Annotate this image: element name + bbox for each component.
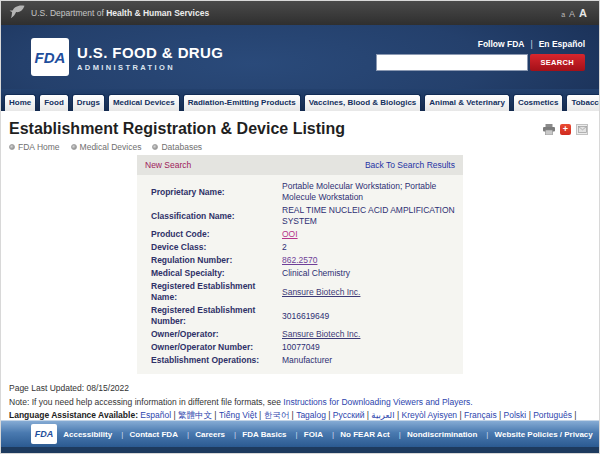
detail-value: OOI bbox=[282, 229, 455, 240]
footer-link[interactable]: Accessibility bbox=[63, 430, 112, 439]
nav-tab[interactable]: Cosmetics bbox=[513, 94, 563, 111]
page-title: Establishment Registration & Device List… bbox=[9, 120, 591, 138]
results-box: New Search Back To Search Results Propri… bbox=[137, 155, 463, 374]
detail-value: Sansure Biotech Inc. bbox=[282, 329, 455, 340]
nav-tab[interactable]: Food bbox=[39, 94, 69, 111]
language-separator: | bbox=[395, 410, 402, 420]
detail-value: Sansure Biotech Inc. bbox=[282, 287, 455, 298]
table-row: Owner/Operator: Sansure Biotech Inc. bbox=[151, 328, 455, 341]
detail-value-text[interactable]: Sansure Biotech Inc. bbox=[282, 329, 360, 339]
breadcrumb-item[interactable]: Databases bbox=[152, 142, 202, 152]
nav-tab[interactable]: Vaccines, Blood & Biologics bbox=[304, 94, 422, 111]
detail-label: Product Code: bbox=[151, 229, 282, 240]
language-link[interactable]: Tagalog bbox=[296, 410, 326, 420]
title-icons: + bbox=[543, 124, 588, 135]
breadcrumb-item[interactable]: FDA Home bbox=[9, 142, 60, 152]
detail-value: REAL TIME NUCLEIC ACID AMPLIFICATION SYS… bbox=[282, 205, 455, 227]
en-espanol-link[interactable]: En Español bbox=[539, 39, 585, 49]
font-size-small-button[interactable]: a bbox=[561, 11, 565, 18]
fda-brand-text: U.S. FOOD & DRUG ADMINISTRATION bbox=[77, 38, 223, 89]
language-item: Kreyòl Ayisyen | bbox=[402, 410, 465, 420]
last-updated: Page Last Updated: 08/15/2022 bbox=[9, 382, 591, 396]
nav-tab[interactable]: Tobacco Products bbox=[566, 94, 600, 111]
detail-label: Owner/Operator: bbox=[151, 329, 282, 340]
footer-link-item: No FEAR Act| bbox=[340, 430, 401, 439]
language-link[interactable]: 繁體中文 bbox=[178, 410, 212, 420]
search-button[interactable]: SEARCH bbox=[530, 54, 585, 71]
language-link[interactable]: Kreyòl Ayisyen bbox=[402, 410, 458, 420]
breadcrumb: FDA Home Medical Devices Databases bbox=[9, 142, 591, 152]
language-link[interactable]: Polski bbox=[504, 410, 527, 420]
footer-link-separator: | bbox=[332, 430, 334, 439]
footer-link[interactable]: FOIA bbox=[304, 430, 323, 439]
language-link[interactable]: Português bbox=[533, 410, 572, 420]
site-footer-bar: FDA Accessibility| Contact FDA| Careers|… bbox=[1, 420, 599, 447]
email-icon[interactable] bbox=[576, 124, 588, 135]
nav-tab[interactable]: Home bbox=[4, 94, 36, 111]
detail-label: Medical Specialty: bbox=[151, 268, 282, 279]
follow-divider: | bbox=[530, 39, 532, 49]
language-link[interactable]: Русский bbox=[333, 410, 365, 420]
masthead-right: Follow FDA|En Español SEARCH bbox=[376, 38, 585, 89]
table-row: Establishment Operations: Manufacturer bbox=[151, 354, 455, 367]
nav-tab[interactable]: Medical Devices bbox=[108, 94, 180, 111]
detail-value-text[interactable]: 862.2570 bbox=[282, 255, 317, 265]
footer-link[interactable]: Careers bbox=[195, 430, 225, 439]
dept-prefix: U.S. Department of bbox=[31, 8, 104, 18]
share-icon[interactable]: + bbox=[560, 124, 571, 135]
print-icon[interactable] bbox=[543, 124, 555, 135]
nav-tab[interactable]: Drugs bbox=[72, 94, 105, 111]
font-size-large-button[interactable]: A bbox=[579, 7, 587, 19]
language-link[interactable]: 한국어 bbox=[264, 410, 290, 420]
hhs-utility-bar: U.S. Department of Health & Human Servic… bbox=[1, 1, 599, 25]
back-to-search-results-link[interactable]: Back To Search Results bbox=[365, 160, 455, 170]
nav-tab[interactable]: Animal & Veterinary bbox=[424, 94, 510, 111]
detail-value-text: Manufacturer bbox=[282, 355, 332, 365]
language-link[interactable]: العربية bbox=[371, 410, 394, 420]
font-size-medium-button[interactable]: A bbox=[569, 9, 575, 19]
language-separator: | bbox=[171, 410, 178, 420]
table-row: Medical Specialty: Clinical Chemistry bbox=[151, 267, 455, 280]
follow-fda-link[interactable]: Follow FDA bbox=[478, 39, 525, 49]
site-search-input[interactable] bbox=[376, 54, 528, 71]
footer-fda-logo[interactable]: FDA bbox=[31, 424, 57, 444]
follow-row: Follow FDA|En Español bbox=[376, 39, 585, 49]
footer-link[interactable]: No FEAR Act bbox=[340, 430, 389, 439]
language-link[interactable]: Français bbox=[464, 410, 497, 420]
detail-label: Regulation Number: bbox=[151, 255, 282, 266]
footer-link[interactable]: Website Policies / Privacy bbox=[495, 430, 593, 439]
footer-link[interactable]: Contact FDA bbox=[129, 430, 177, 439]
detail-value-text[interactable]: OOI bbox=[282, 229, 298, 239]
hhs-department: U.S. Department of Health & Human Servic… bbox=[9, 5, 209, 21]
nav-tab[interactable]: Radiation-Emitting Products bbox=[183, 94, 301, 111]
breadcrumb-item[interactable]: Medical Devices bbox=[71, 142, 142, 152]
language-item: Español | bbox=[140, 410, 178, 420]
footer-link-item: Nondiscrimination| bbox=[407, 430, 488, 439]
language-separator: | bbox=[457, 410, 464, 420]
title-block: Establishment Registration & Device List… bbox=[1, 111, 599, 153]
footer-link-separator: | bbox=[234, 430, 236, 439]
footer-link[interactable]: FDA Basics bbox=[242, 430, 286, 439]
new-search-link[interactable]: New Search bbox=[145, 160, 191, 170]
detail-label: Proprietary Name: bbox=[151, 187, 282, 198]
language-link[interactable]: Tiếng Việt bbox=[219, 410, 257, 420]
table-row: Proprietary Name: Portable Molecular Wor… bbox=[151, 180, 455, 204]
footer-link-item: FDA Basics| bbox=[242, 430, 297, 439]
language-item: Português | bbox=[533, 410, 576, 420]
detail-label: Establishment Operations: bbox=[151, 355, 282, 366]
breadcrumb-label: Medical Devices bbox=[80, 142, 142, 152]
language-separator: | bbox=[572, 410, 577, 420]
viewers-players-link[interactable]: Instructions for Downloading Viewers and… bbox=[283, 397, 472, 407]
breadcrumb-label: Databases bbox=[161, 142, 202, 152]
language-assistance-label: Language Assistance Available: bbox=[9, 410, 138, 420]
table-row: Device Class: 2 bbox=[151, 241, 455, 254]
language-link[interactable]: Español bbox=[140, 410, 171, 420]
language-item: Français | bbox=[464, 410, 504, 420]
footer-link[interactable]: Nondiscrimination bbox=[407, 430, 477, 439]
fda-logo[interactable]: FDA bbox=[31, 38, 69, 76]
detail-label: Device Class: bbox=[151, 242, 282, 253]
table-row: Regulation Number: 862.2570 bbox=[151, 254, 455, 267]
format-note: Note: If you need help accessing informa… bbox=[9, 396, 591, 410]
detail-value-text[interactable]: Sansure Biotech Inc. bbox=[282, 287, 360, 297]
footer-link-separator: | bbox=[121, 430, 123, 439]
